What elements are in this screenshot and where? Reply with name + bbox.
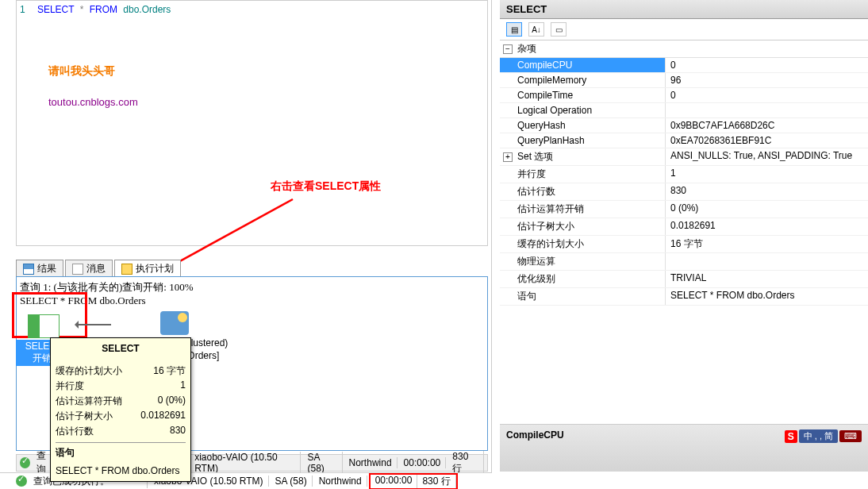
kw-select: SELECT [37,4,75,15]
properties-title: SELECT [500,0,868,19]
status-db: Northwind [344,457,398,468]
grid-icon [23,264,34,275]
prop-name: 物理运算 [500,253,665,270]
sogou-icon: S [785,430,797,443]
status-rows: 830 行 [417,475,455,488]
annotation-text: 右击查看SELECT属性 [271,179,381,194]
tab-execution-plan[interactable]: 执行计划 [114,260,181,278]
property-row[interactable]: Logical Operation [500,103,868,118]
plan-arrow [75,324,111,325]
tooltip-title: SELECT [56,343,186,357]
kw-table: dbo.Orders [123,4,171,15]
prop-value: 830 [665,183,868,200]
property-row[interactable]: 缓存的计划大小16 字节 [500,236,868,253]
ime-extra-icon: ⌨ [839,430,862,442]
property-row[interactable]: QueryPlanHash0xEA70268361EBF91C [500,133,868,148]
property-pages-button[interactable]: ▭ [551,22,567,37]
ime-text: 中 , , 简 [799,429,838,443]
property-description: CompileCPU S 中 , , 简 ⌨ [500,424,868,472]
prop-name: 估计子树大小 [500,218,665,235]
prop-value: SELECT * FROM dbo.Orders [665,288,868,305]
category-label: Set 选项 [517,150,553,164]
property-row[interactable]: 并行度1 [500,166,868,183]
result-tabs: 结果 消息 执行计划 [16,260,181,278]
property-row[interactable]: 估计运算符开销0 (0%) [500,201,868,218]
node-tooltip: SELECT 缓存的计划大小16 字节并行度1估计运算符开销0 (0%)估计子树… [50,337,191,482]
property-row[interactable]: 物理运算 [500,253,868,271]
property-row[interactable]: 优化级别TRIVIAL [500,271,868,288]
prop-name: Logical Operation [500,103,665,117]
collapse-icon[interactable]: − [503,44,513,54]
prop-value: 96 [665,73,868,87]
categorized-button[interactable]: ▤ [506,22,522,37]
highlighted-stats: 00:00:00 830 行 [369,473,458,490]
prop-name: CompileMemory [500,73,665,87]
prop-name: QueryPlanHash [500,133,665,148]
plan-header-sql: SELECT * FROM dbo.Orders [20,295,484,307]
property-row[interactable]: 估计子树大小0.0182691 [500,218,868,236]
properties-toolbar: ▤ A↓ ▭ [500,19,868,40]
ime-indicator[interactable]: S 中 , , 简 ⌨ [785,429,862,443]
property-row[interactable]: CompileCPU0 [500,58,868,73]
plan-header-cost: 查询 1: (与该批有关的)查询开销: 100% [20,280,484,295]
prop-value: 0 [665,88,868,102]
property-row[interactable]: 估计行数830 [500,183,868,201]
select-node-icon [28,314,60,338]
prop-value: 0 (0%) [665,201,868,218]
prop-value: 0x9BBC7AF1A668D26C [665,118,868,133]
prop-name: 估计行数 [500,183,665,200]
alphabetical-button[interactable]: A↓ [528,22,544,37]
plan-icon [121,264,133,275]
status-user: SA (58) [302,452,342,474]
category-label: 杂项 [517,42,536,56]
property-row[interactable]: CompileTime0 [500,88,868,103]
message-icon [72,264,83,275]
tab-label: 消息 [86,262,106,275]
prop-value: TRIVIAL [665,271,868,287]
tab-messages[interactable]: 消息 [65,260,113,278]
prop-value [665,253,868,270]
status-server: xiaobo-VAIO (10.50 RTM) [190,452,301,474]
property-row[interactable]: QueryHash0x9BBC7AF1A668D26C [500,118,868,133]
sql-editor[interactable]: 1 SELECT * FROM dbo.Orders 请叫我头头哥 toutou… [16,0,488,246]
watermark-url: toutou.cnblogs.com [48,96,138,108]
tab-results[interactable]: 结果 [16,260,63,278]
prop-name: QueryHash [500,118,665,133]
prop-value: 16 字节 [665,236,868,252]
category-value: ANSI_NULLS: True, ANSI_PADDING: True [665,148,868,165]
tooltip-row: 估计行数830 [56,424,186,439]
prop-name: 优化级别 [500,271,665,287]
tab-label: 结果 [37,262,56,275]
tooltip-stmt: SELECT * FROM dbo.Orders [56,465,186,476]
success-icon [16,476,27,487]
property-row[interactable]: 语句SELECT * FROM dbo.Orders [500,288,868,306]
line-number: 1 [20,4,25,15]
status-time: 00:00:00 [399,457,447,468]
prop-name: 缓存的计划大小 [500,236,665,252]
tooltip-stmt-label: 语句 [56,442,186,460]
prop-category-misc[interactable]: − 杂项 [500,40,868,58]
watermark-author: 请叫我头头哥 [48,64,115,79]
prop-name: 估计运算符开销 [500,201,665,218]
prop-value: 0 [665,58,868,72]
sql-line: 1 SELECT * FROM dbo.Orders [17,1,487,18]
status-user: SA (58) [271,476,313,487]
prop-value [665,103,868,117]
prop-value: 1 [665,166,868,183]
prop-category-set[interactable]: + Set 选项 ANSI_NULLS: True, ANSI_PADDING:… [500,148,868,166]
scan-node-icon [160,311,189,335]
tooltip-row: 估计子树大小0.0182691 [56,409,186,424]
prop-value: 0xEA70268361EBF91C [665,133,868,148]
tooltip-row: 并行度1 [56,379,186,394]
properties-panel: SELECT ▤ A↓ ▭ − 杂项 CompileCPU0CompileMem… [500,0,868,489]
status-time: 00:00:00 [371,475,418,488]
tooltip-row: 估计运算符开销0 (0%) [56,394,186,409]
left-panel: 1 SELECT * FROM dbo.Orders 请叫我头头哥 toutou… [0,0,492,489]
prop-name: 语句 [500,288,665,305]
status-rows: 830 行 [447,451,484,476]
expand-icon[interactable]: + [503,152,513,162]
prop-name: CompileCPU [500,58,665,72]
properties-grid[interactable]: − 杂项 CompileCPU0CompileMemory96CompileTi… [500,40,868,306]
prop-value: 0.0182691 [665,218,868,235]
property-row[interactable]: CompileMemory96 [500,73,868,88]
